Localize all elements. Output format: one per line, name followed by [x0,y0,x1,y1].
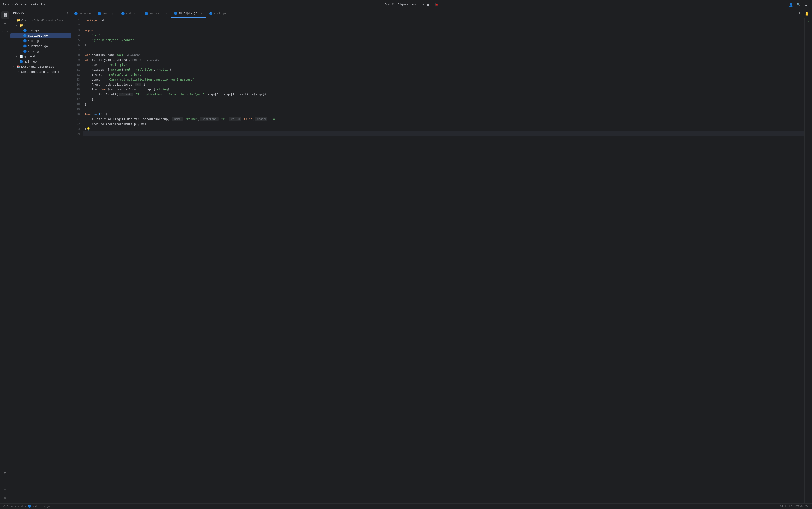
project-selector[interactable]: Zero ▾ [3,3,13,7]
sidebar-item-zero-root[interactable]: ▾ 📁 Zero ~/GolandProjects/Zero [10,18,71,23]
code-line-14: Args: cobra.ExactArgs( n: 2), [83,82,805,87]
sidebar-item-multiply-go[interactable]: ▸ 🔵 multiply.go [10,33,71,38]
encoding[interactable]: UTF-8 [795,505,803,508]
ln-5: 5 [71,38,83,42]
svg-point-4 [4,23,6,24]
tab-icon-root: 🔵 [209,12,212,15]
debug-button[interactable]: 🐞 [433,1,440,8]
ln-11: 11 [71,67,83,72]
tab-icon-add: 🔵 [121,12,125,15]
go-icon-main: 🔵 [19,60,23,63]
code-content[interactable]: package cmd import ( "fmt" "github.com/s… [83,18,805,503]
go-icon-multiply: 🔵 [23,34,27,38]
code-line-3: import ( [83,28,805,33]
code-line-2 [83,23,805,28]
code-editor[interactable]: 1 2 3 4 5 6 7 8 9 10 11 12 13 14 15 16 1… [71,18,812,503]
code-line-4: "fmt" [83,33,805,38]
sidebar-item-add-go[interactable]: ▸ 🔵 add.go [10,28,71,33]
svg-rect-2 [3,15,5,17]
vcs-selector[interactable]: Version control ▾ [15,3,45,7]
line-numbers: 1 2 3 4 5 6 7 8 9 10 11 12 13 14 15 16 1… [71,18,83,503]
svg-rect-3 [5,15,7,17]
activity-commit[interactable] [1,20,9,27]
lightbulb-icon[interactable]: 💡 [86,127,90,131]
multiply-go-label: multiply.go [28,34,48,38]
sidebar-item-zero-go[interactable]: ▸ 🔵 zero.go [10,48,71,54]
tab-multiply-go[interactable]: 🔵 multiply.go ✕ [171,9,206,18]
search-button[interactable]: 🔍 [795,1,802,8]
notifications-button[interactable]: 🔔 [804,10,810,17]
code-line-23: }💡 [83,127,805,131]
activity-run[interactable]: ▶ [1,469,9,476]
profile-button[interactable]: 👤 [787,1,794,8]
activity-gotools[interactable]: ◇ [1,494,9,502]
ln-6: 6 [71,42,83,47]
tab-label-main: main.go [79,12,91,15]
sidebar-item-subtract-go[interactable]: ▸ 🔵 subtract.go [10,43,71,48]
activity-problems[interactable]: ⚠ [1,485,9,493]
git-branch[interactable]: ⎇ Zero [2,505,13,508]
code-line-21: multiplyCmd.Flags().BoolVarP(&shouldRoun… [83,116,805,122]
arrow-external: ▸ [12,65,15,68]
run-config-selector[interactable]: Add Configuration... ▾ [385,3,424,7]
tab-more-button[interactable]: ⋮ [796,10,803,17]
code-line-1: package cmd [83,18,805,23]
more-run-options[interactable]: ⋮ [442,1,448,8]
ln-22: 22 [71,122,83,127]
activity-more[interactable]: ··· [1,28,9,36]
topbar-center: Add Configuration... ▾ ▶ 🐞 ⋮ [48,1,785,8]
indent-type[interactable]: Tab [805,505,810,508]
breadcrumb-file[interactable]: 🔵 multiply.go [28,505,50,508]
arrow-cmd: ▾ [15,24,18,27]
cursor-position[interactable]: 24:1 [780,505,786,508]
run-button[interactable]: ▶ [425,1,432,8]
topbar-right: 👤 🔍 ⚙ [787,1,809,8]
root-go-label: root.go [28,39,41,43]
tab-add-go[interactable]: 🔵 add.go [118,9,142,18]
tab-label-add: add.go [126,12,136,15]
tab-root-go[interactable]: 🔵 root.go [206,9,230,18]
code-line-12: Short: "Multiply 2 numbers", [83,72,805,77]
zero-root-path: ~/GolandProjects/Zero [30,19,63,22]
status-separator-2: › [25,505,26,508]
tab-close-multiply[interactable]: ✕ [200,11,203,15]
scratches-icon: ≡ [16,70,20,74]
tab-label-zero: zero.go [102,12,114,15]
line-ending[interactable]: LF [789,505,792,508]
go-mod-label: go.mod [24,55,35,58]
main-container: ··· ▶ ⊟ ⚠ ◇ Project ▾ ▾ 📁 Zero ~/GolandP… [0,9,812,503]
settings-button[interactable]: ⚙ [803,1,809,8]
lib-icon: 📚 [16,65,20,69]
tab-main-go[interactable]: 🔵 main.go [71,9,95,18]
ln-16: 16 [71,92,83,97]
ln-7: 7 [71,47,83,53]
code-line-11: Aliases: []string{"mul", "multiple", "mu… [83,67,805,72]
sidebar-item-cmd[interactable]: ▾ 📁 cmd [10,23,71,28]
ln-18: 18 [71,102,83,107]
zero-go-label: zero.go [28,49,41,53]
status-right: 24:1 LF UTF-8 Tab [780,505,810,508]
sidebar-item-scratches[interactable]: ▸ ≡ Scratches and Consoles [10,69,71,74]
code-line-9: var multiplyCmd = &cobra.Command{ 2 usag… [83,57,805,62]
svg-rect-0 [3,13,5,15]
code-line-19 [83,107,805,112]
sidebar-chevron[interactable]: ▾ [67,11,68,15]
sidebar-item-go-mod[interactable]: ▸ 📄 go.mod [10,54,71,59]
project-name: Zero [3,3,10,6]
breadcrumb-cmd[interactable]: cmd [18,505,23,508]
code-line-16: fmt.Printf( format: "Multiplication of %… [83,92,805,97]
tab-zero-go[interactable]: 🔵 zero.go [95,9,118,18]
sidebar-item-external-libs[interactable]: ▸ 📚 External Libraries [10,64,71,69]
cmd-label: cmd [24,24,29,27]
sidebar-item-root-go[interactable]: ▸ 🔵 root.go [10,38,71,43]
ln-10: 10 [71,62,83,67]
tab-subtract-go[interactable]: 🔵 subtract.go [142,9,171,18]
sidebar-item-main-go[interactable]: ▸ 🔵 main.go [10,59,71,64]
tab-label-subtract: subtract.go [149,12,168,15]
activity-terminal[interactable]: ⊟ [1,477,9,484]
topbar: Zero ▾ Version control ▾ Add Configurati… [0,0,812,9]
ln-15: 15 [71,87,83,92]
ln-20: 20 [71,112,83,116]
topbar-left: Zero ▾ Version control ▾ [3,3,45,7]
activity-project[interactable] [1,11,9,19]
